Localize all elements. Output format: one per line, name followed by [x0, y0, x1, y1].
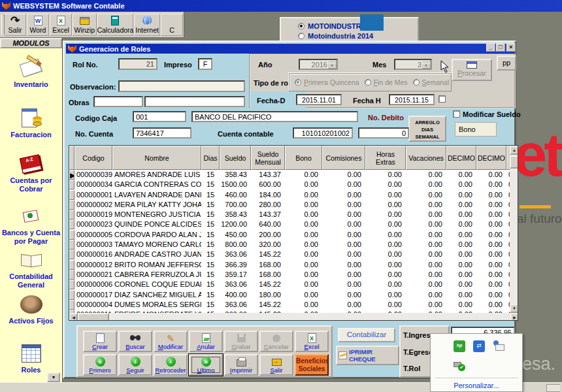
grid-row[interactable]: 000000034GARCIA CONTRERAS CONNY EUN15150… — [69, 180, 518, 189]
grid-row[interactable]: ▶000000039AMORES ANDRADE LUIS BRYAN15358… — [69, 170, 518, 180]
grid-row[interactable]: 000000005CORDOVA PARDO ALAN JAIR15450.00… — [69, 230, 518, 240]
grid-column-header-sueldo[interactable]: Sueldo — [220, 146, 251, 170]
sidebar-scroll-down-button[interactable]: ▼ — [47, 372, 60, 382]
crear-button[interactable]: Crear — [83, 331, 117, 352]
grabar-button[interactable]: Grabar — [224, 331, 258, 352]
toolbar-button-word[interactable]: WWord — [27, 14, 49, 36]
no-cuenta-field[interactable]: 7346417 — [133, 127, 191, 139]
usb-safely-remove-icon[interactable] — [454, 359, 465, 371]
grid-row[interactable]: 000000023QUINDE PONCE ALCIDES ELITEO1512… — [69, 220, 518, 229]
grid-row[interactable]: 000000012BRITO ROMAN JEFFERSON ELADI1536… — [69, 260, 518, 270]
grid-column-header-horas-extras[interactable]: Horas Extras — [365, 146, 406, 170]
toolbar-button-winzip[interactable]: Winzip — [73, 14, 97, 36]
company-option-motoindustria-2014[interactable]: Motoindustria 2014 — [298, 31, 418, 41]
fecha-h-field[interactable]: 2015.11.15 — [389, 94, 435, 105]
anio-spinner[interactable]: 2016 — [299, 59, 338, 70]
obras-field-1[interactable] — [93, 96, 143, 107]
grid-column-header-nombre[interactable]: Nombre — [112, 146, 201, 170]
grid-row[interactable]: 000000006CORONEL COQUE EDUARDO GAE15363.… — [69, 280, 518, 289]
codigo-caja-field[interactable]: 001 — [133, 111, 186, 122]
obras-field-2[interactable] — [144, 96, 245, 107]
radio-icon[interactable] — [365, 79, 371, 86]
scroll-right-button[interactable]: ▶ — [510, 313, 518, 321]
fecha-d-field[interactable]: 2015.11.01 — [296, 94, 342, 105]
salir-button[interactable]: Salir — [259, 354, 293, 376]
observacion-field[interactable] — [118, 80, 245, 92]
toolbar-button-excel[interactable]: XExcel — [50, 14, 72, 36]
buscar-button[interactable]: Buscar — [118, 331, 152, 352]
teamviewer-icon[interactable]: ⇄ — [473, 340, 485, 352]
cuenta-contable-field[interactable]: 101010201002 — [293, 127, 353, 139]
mes-spinner[interactable]: 3 — [394, 59, 432, 70]
minimize-button[interactable]: _ — [486, 43, 495, 52]
anular-button[interactable]: Anular — [189, 331, 223, 352]
procesar-button[interactable]: Procesar — [452, 59, 492, 81]
radio-icon[interactable] — [295, 79, 301, 86]
radio-icon[interactable] — [298, 33, 305, 39]
grid-row[interactable]: 000000016ANDRADE CASTRO JUAN CARLO15363.… — [69, 250, 518, 259]
sidebar-item-cuentas-por-cobrar[interactable]: Cuentas por Cobrar — [0, 154, 62, 193]
radio-icon[interactable] — [413, 79, 420, 86]
grid-row[interactable]: 000000004DUMES MORALES SERGIO ANTON15363… — [69, 300, 518, 310]
cancelar-button[interactable]: Cancelar — [259, 331, 293, 352]
toolbar-button-calculadora[interactable]: Calculadora — [97, 14, 134, 36]
grid-row[interactable]: 000000003TAMAYO MORENO CARLOS FERN15800.… — [69, 240, 518, 250]
toolbar-button-internet[interactable]: Internet — [134, 14, 160, 36]
grid-column-header-codigo[interactable]: Codigo — [74, 146, 112, 170]
modificar-sueldo-checkbox[interactable] — [453, 110, 460, 118]
primero-button[interactable]: «Primero — [83, 354, 117, 376]
hp-device-icon[interactable]: hp — [454, 340, 465, 352]
radio-icon[interactable] — [298, 23, 305, 29]
grid-row[interactable]: 000000021CABRERA FERRUZOLA JUAN AQI15359… — [69, 270, 518, 280]
tipo-option-fin-de-mes[interactable]: Fin de Mes — [365, 78, 408, 86]
imprimir-button[interactable]: Imprimir — [224, 354, 258, 376]
rol-no-field[interactable]: 21 — [118, 58, 157, 70]
toolbar-button-salir[interactable]: ↷Salir — [4, 14, 26, 36]
fecha-checkbox[interactable] — [438, 95, 446, 103]
dialog-titlebar[interactable]: Generacion de Roles — [66, 44, 514, 54]
horizontal-scrollbar[interactable]: ◀ ▶ — [69, 313, 518, 321]
maximize-button[interactable]: □ — [496, 43, 505, 52]
arreglo-dias-semanal-button[interactable]: ARREGLO DIAS SEMANAL — [408, 116, 446, 142]
beneficios-sociales-button[interactable]: Beneficios Sociales — [295, 354, 329, 376]
excel-button[interactable]: XExcel — [295, 331, 329, 352]
company-option-motoindustria-s[interactable]: MOTOINDUSTRIA S. — [298, 21, 418, 31]
sidebar-item-contabilidad-general[interactable]: Contabilidad General — [0, 250, 62, 289]
modificar-button[interactable]: ✎Modificar — [154, 331, 188, 352]
vertical-scrollbar[interactable]: ▲ ▼ — [510, 146, 518, 313]
toolbar-button-c[interactable]: C — [161, 14, 183, 36]
grid-row[interactable]: 000000019MONTENEGRO JUSTICIA MIGUEL .153… — [69, 210, 518, 220]
sidebar-item-bancos-y-cuenta-por-pagar[interactable]: Bancos y Cuenta por Pagar — [0, 206, 62, 246]
grid-row[interactable]: 000000002MERA PILAY KATTY JOHANNA15700.0… — [69, 200, 518, 210]
no-debito-field[interactable]: 0 — [358, 127, 409, 139]
grid-column-header-vacaciones[interactable]: Vacaciones — [406, 146, 446, 170]
close-button[interactable]: × — [506, 43, 516, 52]
sidebar-item-facturacion[interactable]: Facturacion — [0, 108, 62, 139]
tipo-option-semanal[interactable]: Semanal — [413, 78, 449, 86]
pp-button[interactable]: pp — [497, 56, 516, 71]
sidebar-item-inventario[interactable]: Inventario — [0, 57, 62, 89]
grid-column-header-sueldo-mensual[interactable]: Sueldo Mensual — [251, 146, 285, 170]
bono-combo[interactable]: Bono — [455, 122, 497, 137]
horizontal-scroll-thumb[interactable] — [78, 313, 109, 321]
vertical-scroll-thumb[interactable] — [510, 155, 518, 169]
banco-field[interactable]: BANCO DEL PACIFICO — [191, 111, 358, 122]
sidebar-item-activos-fijos[interactable]: Activos Fijos — [0, 294, 62, 325]
tipo-option-primera-quincena[interactable]: Primera Quincena — [295, 78, 359, 86]
ultimo-button[interactable]: »Ultimo — [189, 354, 223, 376]
scroll-left-button[interactable]: ◀ — [69, 313, 78, 321]
grid-column-header-dias[interactable]: Dias — [201, 146, 220, 170]
impreso-field[interactable]: F — [198, 58, 212, 70]
grid-column-header-bono[interactable]: Bono — [285, 146, 322, 170]
grid-column-header-decimo[interactable]: DECIMO — [446, 146, 476, 170]
personalizar-link[interactable]: Personalizar... — [431, 382, 522, 389]
scroll-up-button[interactable]: ▲ — [510, 146, 518, 155]
retroceder-button[interactable]: ‹Retroceder — [154, 354, 188, 376]
sidebar-item-roles[interactable]: Roles — [0, 343, 62, 374]
grid-column-header-comisiones[interactable]: Comisiones — [322, 146, 365, 170]
seguir-button[interactable]: ›Seguir — [118, 354, 152, 376]
contabilizar-button[interactable]: Contabilizar — [338, 328, 395, 342]
scroll-down-button[interactable]: ▼ — [510, 304, 518, 313]
grid-column-header-decimo[interactable]: DECIMO — [476, 146, 506, 170]
contact-mail-icon[interactable] — [493, 340, 504, 352]
